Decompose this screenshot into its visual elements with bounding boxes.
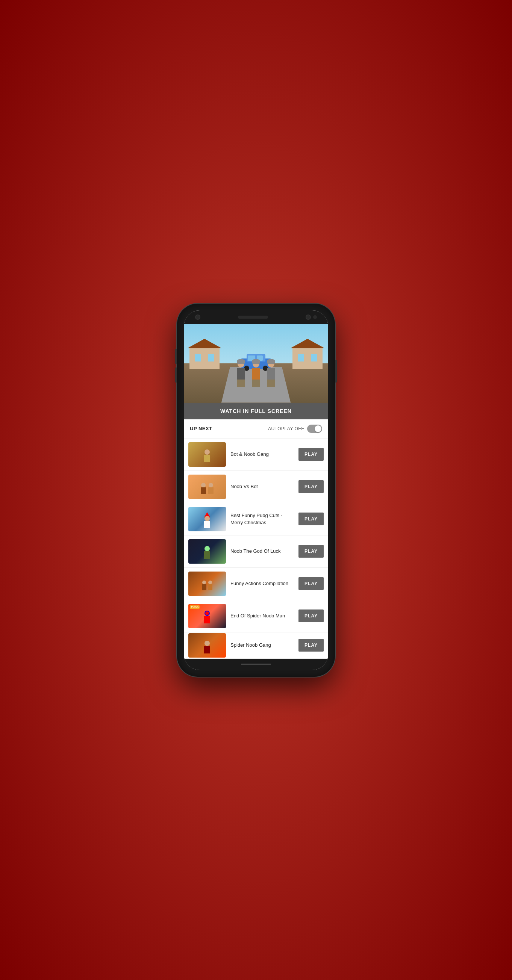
helmet-icon bbox=[237, 359, 245, 364]
up-next-bar: UP NEXT AUTOPLAY OFF bbox=[184, 419, 328, 439]
list-item: Noob The God Of Luck PLAY bbox=[184, 536, 328, 568]
home-indicator bbox=[241, 663, 271, 665]
video-title: Noob Vs Bot bbox=[230, 484, 258, 489]
autoplay-section: AUTOPLAY OFF bbox=[268, 425, 322, 433]
pubg-badge: PUBG bbox=[190, 605, 199, 609]
speaker-icon bbox=[238, 316, 268, 319]
phone-bottom-bar bbox=[184, 659, 328, 670]
video-thumbnail[interactable]: PUBG bbox=[188, 604, 226, 628]
volume-down-button[interactable] bbox=[175, 368, 177, 383]
video-thumbnail[interactable] bbox=[188, 507, 226, 531]
play-button[interactable]: PLAY bbox=[298, 609, 324, 622]
video-thumbnail[interactable] bbox=[188, 571, 226, 596]
character-head bbox=[268, 361, 274, 368]
thumb-decoration bbox=[188, 442, 226, 467]
phone-frame: WATCH IN FULL SCREEN UP NEXT AUTOPLAY OF… bbox=[177, 304, 335, 677]
helmet-icon bbox=[252, 359, 260, 364]
video-title: Best Funny Pubg Cuts - Merry Christmas bbox=[230, 512, 282, 525]
play-button[interactable]: PLAY bbox=[298, 512, 324, 525]
character-head bbox=[238, 361, 244, 368]
autoplay-toggle[interactable] bbox=[307, 425, 322, 433]
video-info: Noob The God Of Luck bbox=[230, 547, 294, 555]
list-item: Best Funny Pubg Cuts - Merry Christmas P… bbox=[184, 503, 328, 536]
character-right bbox=[267, 361, 275, 387]
video-info: Bot & Noob Gang bbox=[230, 450, 294, 458]
thumb-decoration bbox=[188, 475, 226, 499]
video-info: End Of Spider Noob Man bbox=[230, 612, 294, 619]
phone-top-bar bbox=[184, 310, 328, 324]
character-head bbox=[253, 361, 259, 368]
character-legs bbox=[252, 380, 260, 387]
camera-lens-icon bbox=[306, 315, 311, 320]
video-info: Noob Vs Bot bbox=[230, 483, 294, 490]
thumb-decoration bbox=[188, 539, 226, 564]
character-body bbox=[267, 368, 275, 380]
character-left bbox=[237, 361, 245, 387]
toggle-knob bbox=[315, 425, 321, 432]
list-item: PUBG End Of Spider Noob Man PLAY bbox=[184, 600, 328, 632]
thumb-decoration bbox=[188, 633, 226, 658]
character-center bbox=[252, 361, 260, 387]
video-info: Funny Actions Compilation bbox=[230, 580, 294, 587]
up-next-label: UP NEXT bbox=[190, 426, 212, 431]
volume-up-button[interactable] bbox=[175, 349, 177, 364]
video-thumbnail[interactable] bbox=[188, 442, 226, 467]
hero-video-player[interactable] bbox=[184, 324, 328, 403]
helmet-icon bbox=[267, 359, 275, 364]
thumb-decoration bbox=[188, 507, 226, 531]
list-item: Funny Actions Compilation PLAY bbox=[184, 568, 328, 600]
video-title: Spider Noob Gang bbox=[230, 642, 271, 648]
sensor-cluster bbox=[306, 315, 317, 320]
watch-fullscreen-label: WATCH IN FULL SCREEN bbox=[220, 408, 292, 414]
video-list: Bot & Noob Gang PLAY bbox=[184, 439, 328, 659]
video-thumbnail[interactable] bbox=[188, 539, 226, 564]
character-body bbox=[252, 368, 260, 380]
list-item: Noob Vs Bot PLAY bbox=[184, 471, 328, 503]
video-title: Noob The God Of Luck bbox=[230, 548, 281, 554]
autoplay-label: AUTOPLAY OFF bbox=[268, 426, 304, 431]
video-info: Spider Noob Gang bbox=[230, 641, 294, 649]
power-button[interactable] bbox=[335, 360, 337, 383]
play-button[interactable]: PLAY bbox=[298, 480, 324, 493]
proximity-sensor-icon bbox=[313, 315, 317, 319]
front-camera-icon bbox=[195, 315, 200, 320]
character-legs bbox=[237, 380, 245, 387]
watch-fullscreen-bar[interactable]: WATCH IN FULL SCREEN bbox=[184, 403, 328, 419]
play-button[interactable]: PLAY bbox=[298, 448, 324, 461]
play-button[interactable]: PLAY bbox=[298, 545, 324, 558]
video-title: Funny Actions Compilation bbox=[230, 581, 288, 586]
play-button[interactable]: PLAY bbox=[298, 639, 324, 652]
thumb-decoration bbox=[188, 571, 226, 596]
video-thumbnail[interactable] bbox=[188, 475, 226, 499]
list-item: Spider Noob Gang PLAY bbox=[184, 632, 328, 659]
character-legs bbox=[267, 380, 275, 387]
video-thumbnail[interactable] bbox=[188, 633, 226, 658]
building-left bbox=[190, 339, 220, 369]
game-characters bbox=[237, 361, 275, 387]
video-title: Bot & Noob Gang bbox=[230, 451, 269, 457]
video-title: End Of Spider Noob Man bbox=[230, 613, 285, 619]
character-body bbox=[237, 368, 245, 380]
play-button[interactable]: PLAY bbox=[298, 577, 324, 590]
list-item: Bot & Noob Gang PLAY bbox=[184, 439, 328, 471]
building-right bbox=[292, 339, 322, 369]
video-info: Best Funny Pubg Cuts - Merry Christmas bbox=[230, 512, 294, 526]
phone-screen: WATCH IN FULL SCREEN UP NEXT AUTOPLAY OF… bbox=[184, 310, 328, 670]
